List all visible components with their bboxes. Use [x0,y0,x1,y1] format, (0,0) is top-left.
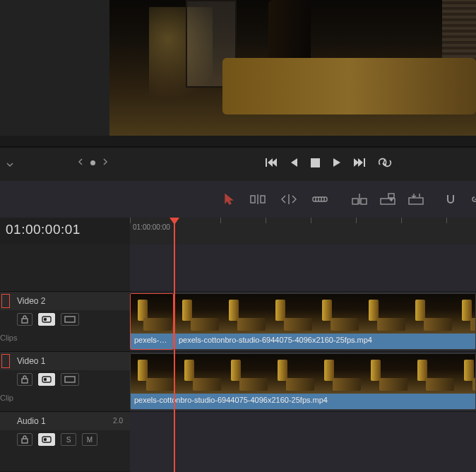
lock-toggle[interactable] [17,373,32,386]
svg-rect-32 [65,377,75,382]
track-subtitle: Clip [0,389,130,407]
viewer-left-panel [0,0,109,136]
selection-tool[interactable] [225,194,234,205]
lock-toggle[interactable] [17,313,32,326]
track-name: Video 2 [17,292,45,310]
page-prev[interactable] [77,158,84,168]
svg-rect-25 [22,319,28,323]
dynamic-trim-tool[interactable] [281,194,297,205]
visibility-toggle[interactable] [61,313,79,326]
page-next[interactable] [102,158,109,168]
step-back-button[interactable] [290,158,298,167]
track-header-video-2[interactable]: Video 2 Clips [0,291,130,351]
svg-rect-14 [313,197,327,201]
lock-toggle[interactable] [17,433,32,446]
page-nav [77,158,109,168]
go-to-end-button[interactable] [354,158,365,167]
trim-tool[interactable] [250,194,266,205]
timeline-tools [0,181,476,218]
track-header-audio-1[interactable]: Audio 1 2.0 S M [0,411,130,471]
clip-v2-b[interactable]: pexels-cottonbro-studio-6944075-4096x216… [174,293,476,350]
track-select-indicator[interactable] [1,354,10,368]
playhead[interactable] [174,218,175,472]
mute-toggle[interactable]: M [82,433,97,446]
clip-v2-a[interactable]: pexels-c... [130,293,174,350]
transport-toolbar [0,148,476,181]
track-video-1: Video 1 Clip pexels-cottonbro-studio-694… [0,351,476,411]
svg-marker-5 [333,158,340,167]
preview-image [109,0,476,136]
svg-marker-7 [358,158,363,167]
options-dropdown[interactable] [3,158,17,172]
visibility-toggle[interactable] [61,373,79,386]
solo-toggle[interactable]: S [61,433,76,446]
svg-rect-29 [22,379,28,383]
play-button[interactable] [333,158,341,167]
replace-clip-button[interactable] [408,193,424,206]
svg-marker-1 [268,158,273,167]
timeline-header: 01:00:00:01 01:00:00:00 [0,218,476,244]
timeline-ruler[interactable]: 01:00:00:00 [130,218,476,244]
ruler-time-label: 01:00:00:00 [133,223,170,231]
viewer-frame[interactable] [109,0,476,136]
svg-rect-23 [388,194,394,198]
track-subtitle: Clips [0,329,130,347]
clip-label: pexels-cottonbro-studio-6944075-4096x216… [175,334,475,350]
go-to-start-button[interactable] [266,158,277,167]
svg-rect-19 [352,199,358,204]
clip-label: pexels-cottonbro-studio-6944075-4096x216… [131,394,475,410]
svg-marker-6 [354,158,359,167]
stop-button[interactable] [311,158,320,167]
track-audio-1: Audio 1 2.0 S M [0,411,476,471]
svg-rect-8 [364,158,365,167]
viewer-panel [0,0,476,146]
svg-rect-28 [65,317,75,322]
auto-select-toggle[interactable] [38,433,55,446]
loop-button[interactable] [378,158,392,167]
timeline-spacer [0,244,476,291]
svg-marker-9 [225,194,232,204]
auto-select-toggle[interactable] [38,313,55,326]
svg-marker-3 [291,158,297,167]
current-timecode[interactable]: 01:00:00:01 [6,222,81,237]
track-header-video-1[interactable]: Video 1 Clip [0,351,130,411]
snap-toggle[interactable] [445,194,456,205]
auto-select-toggle[interactable] [38,373,55,386]
svg-point-27 [44,319,47,321]
track-lane-video-2[interactable]: pexels-c... pexels-cottonbro-studio-6944… [130,291,476,352]
overwrite-clip-button[interactable] [380,193,395,206]
link-toggle[interactable] [470,194,476,205]
insert-clip-button[interactable] [352,193,367,206]
clip-v1[interactable]: pexels-cottonbro-studio-6944075-4096x216… [130,353,476,410]
channel-config[interactable]: 2.0 [113,412,123,430]
svg-rect-11 [261,196,265,203]
svg-rect-4 [311,158,320,167]
track-name: Audio 1 [17,416,46,426]
svg-rect-33 [22,439,28,443]
track-name: Video 1 [17,352,45,370]
svg-rect-0 [266,158,267,167]
svg-rect-24 [409,198,423,204]
page-indicator[interactable] [90,160,95,165]
svg-point-31 [44,379,47,381]
blade-tool[interactable] [312,194,328,204]
track-lane-video-1[interactable]: pexels-cottonbro-studio-6944075-4096x216… [130,351,476,412]
clip-label: pexels-c... [131,334,173,350]
track-video-2: Video 2 Clips pexels-c... pexels-cottonb… [0,291,476,351]
svg-rect-20 [361,199,367,204]
svg-point-35 [44,439,47,441]
svg-marker-2 [272,158,277,167]
track-select-indicator[interactable] [1,294,10,308]
track-lane-audio-1[interactable] [130,411,476,472]
svg-rect-10 [251,196,255,203]
